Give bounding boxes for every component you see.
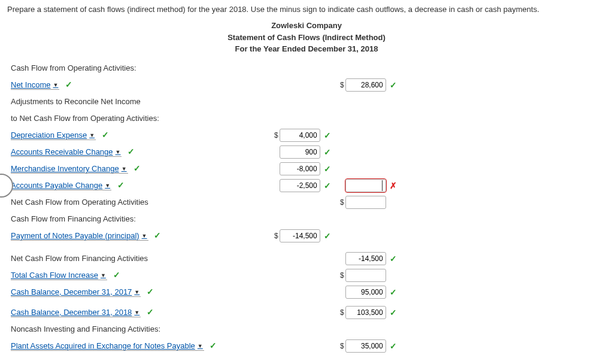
check-icon: ✓ xyxy=(210,341,217,350)
cash-2018-label: Cash Balance, December 31, 2018 xyxy=(11,308,132,317)
noncash-header: Noncash Investing and Financing Activiti… xyxy=(7,324,274,333)
dollar-sign: $ xyxy=(340,198,344,207)
check-icon: ✓ xyxy=(390,254,397,263)
check-icon: ✓ xyxy=(324,231,331,241)
ar-change-input[interactable] xyxy=(280,145,320,159)
check-icon: ✓ xyxy=(102,130,109,139)
ap-change-dropdown[interactable]: Accounts Payable Change ▼ xyxy=(11,181,111,190)
cash-2017-label: Cash Balance, December 31, 2017 xyxy=(11,287,132,296)
adjustments-line2: to Net Cash Flow from Operating Activiti… xyxy=(7,114,274,123)
net-income-input[interactable] xyxy=(345,78,386,92)
check-icon: ✓ xyxy=(390,341,397,351)
check-icon: ✓ xyxy=(324,164,331,174)
total-increase-input[interactable] xyxy=(345,269,386,282)
net-income-label: Net Income xyxy=(11,80,50,89)
check-icon: ✓ xyxy=(324,147,331,157)
financing-activities-header: Cash Flow from Financing Activities: xyxy=(7,214,274,223)
check-icon: ✓ xyxy=(324,131,331,140)
ap-subtotal-input[interactable] xyxy=(345,179,386,192)
chevron-down-icon: ▼ xyxy=(116,149,121,155)
check-icon: ✓ xyxy=(65,80,72,89)
net-income-dropdown[interactable]: Net Income ▼ xyxy=(11,80,59,90)
check-icon: ✓ xyxy=(117,180,125,190)
chevron-down-icon: ▼ xyxy=(101,272,106,278)
dollar-sign: $ xyxy=(340,81,344,89)
ap-change-label: Accounts Payable Change xyxy=(11,181,102,190)
check-icon: ✓ xyxy=(113,270,120,280)
cross-icon: ✗ xyxy=(390,181,397,190)
ar-change-label: Accounts Receivable Change xyxy=(11,147,113,156)
dollar-sign: $ xyxy=(340,271,344,280)
total-increase-label: Total Cash Flow Increase xyxy=(11,271,98,280)
notes-payment-input[interactable] xyxy=(280,229,320,242)
chevron-down-icon: ▼ xyxy=(142,233,147,239)
net-financing-label: Net Cash Flow from Financing Activities xyxy=(7,254,274,263)
cash-2017-dropdown[interactable]: Cash Balance, December 31, 2017 ▼ xyxy=(11,287,141,297)
inventory-change-dropdown[interactable]: Merchandise Inventory Change ▼ xyxy=(11,164,128,174)
notes-payment-dropdown[interactable]: Payment of Notes Payable (principal) ▼ xyxy=(11,231,148,241)
statement-title: Statement of Cash Flows (Indirect Method… xyxy=(7,32,606,44)
cash-2018-dropdown[interactable]: Cash Balance, December 31, 2018 ▼ xyxy=(11,308,141,317)
total-increase-dropdown[interactable]: Total Cash Flow Increase ▼ xyxy=(11,271,107,280)
check-icon: ✓ xyxy=(154,230,161,240)
chevron-down-icon: ▼ xyxy=(198,343,203,349)
check-icon: ✓ xyxy=(390,287,397,297)
plant-assets-dropdown[interactable]: Plant Assets Acquired in Exchange for No… xyxy=(11,341,204,351)
net-operating-label: Net Cash Flow from Operating Activities xyxy=(7,198,274,207)
check-icon: ✓ xyxy=(390,308,397,317)
adjustments-line1: Adjustments to Reconcile Net Income xyxy=(7,97,274,106)
inventory-change-input[interactable] xyxy=(280,162,320,175)
check-icon: ✓ xyxy=(390,80,397,90)
statement-period: For the Year Ended December 31, 2018 xyxy=(7,43,606,55)
dollar-sign: $ xyxy=(340,308,344,317)
check-icon: ✓ xyxy=(147,287,154,296)
dollar-sign: $ xyxy=(274,131,278,139)
net-financing-input[interactable] xyxy=(345,252,386,265)
company-name: Zowleski Company xyxy=(7,20,606,32)
statement-header: Zowleski Company Statement of Cash Flows… xyxy=(7,20,606,55)
plant-assets-label: Plant Assets Acquired in Exchange for No… xyxy=(11,341,195,350)
chevron-down-icon: ▼ xyxy=(134,310,139,316)
chevron-down-icon: ▼ xyxy=(53,82,58,88)
chevron-down-icon: ▼ xyxy=(105,183,110,189)
ap-change-input[interactable] xyxy=(280,179,320,192)
check-icon: ✓ xyxy=(324,181,331,190)
plant-assets-input[interactable] xyxy=(345,339,386,353)
net-operating-input[interactable] xyxy=(345,196,386,209)
instruction-text: Prepare a statement of cash flows (indir… xyxy=(7,5,606,14)
inventory-change-label: Merchandise Inventory Change xyxy=(11,164,119,173)
check-icon: ✓ xyxy=(133,163,141,173)
check-icon: ✓ xyxy=(147,307,154,317)
text-cursor xyxy=(382,180,383,191)
chevron-down-icon: ▼ xyxy=(122,166,127,172)
dollar-sign: $ xyxy=(274,232,278,240)
chevron-down-icon: ▼ xyxy=(89,132,95,138)
depreciation-dropdown[interactable]: Depreciation Expense ▼ xyxy=(11,131,96,140)
chevron-down-icon: ▼ xyxy=(134,289,139,295)
cash-2018-input[interactable] xyxy=(345,306,386,319)
ar-change-dropdown[interactable]: Accounts Receivable Change ▼ xyxy=(11,147,122,157)
check-icon: ✓ xyxy=(128,147,135,156)
dollar-sign: $ xyxy=(340,342,344,350)
notes-payment-label: Payment of Notes Payable (principal) xyxy=(11,231,139,240)
depreciation-label: Depreciation Expense xyxy=(11,131,87,139)
operating-activities-header: Cash Flow from Operating Activities: xyxy=(7,63,274,72)
cash-2017-input[interactable] xyxy=(345,286,386,299)
depreciation-input[interactable] xyxy=(280,129,320,142)
